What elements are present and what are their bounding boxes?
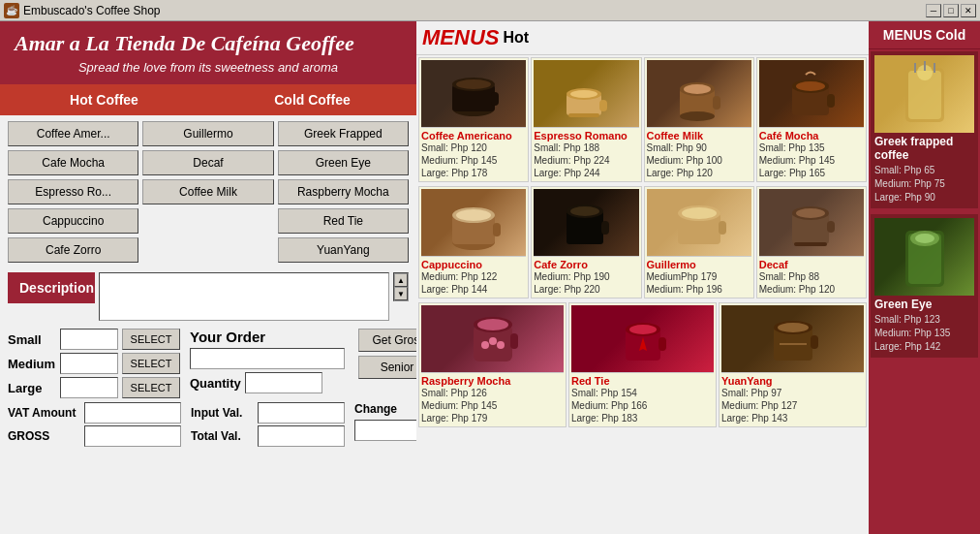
svg-rect-35: [827, 221, 835, 233]
menu-item-raspberry[interactable]: Raspberry Mocha Small: Php 126Medium: Ph…: [418, 302, 567, 427]
menu-item-cafemocha[interactable]: Café Mocha Small: Php 135Medium: Php 145…: [756, 57, 867, 182]
cold-menus-title: MENUS Cold: [883, 27, 966, 43]
title-bar: ☕ Embuscado's Coffee Shop ─ □ ✕: [0, 0, 980, 21]
large-price-input[interactable]: [60, 377, 118, 398]
cappuccino-price: Medium: Php 122Large: Php 144: [421, 270, 526, 296]
menu-item-americano[interactable]: Coffee Americano Small: Php 120Medium: P…: [418, 57, 529, 182]
description-scrollbar: ▲ ▼: [393, 272, 409, 301]
cafezorro-image: [534, 189, 638, 257]
cappuccino-image: [421, 189, 526, 257]
hot-menu-row-3: Raspberry Mocha Small: Php 126Medium: Ph…: [416, 300, 869, 429]
quantity-input[interactable]: [245, 372, 322, 393]
redtie-image: [571, 305, 714, 373]
small-select-button[interactable]: SELECT: [122, 329, 180, 350]
svg-point-46: [629, 325, 657, 334]
greek-image: [874, 55, 974, 133]
input-val-input[interactable]: [258, 402, 345, 424]
quantity-label: Quantity: [190, 376, 241, 391]
svg-point-34: [796, 208, 825, 218]
medium-select-button[interactable]: SELECT: [122, 353, 180, 374]
gross-input[interactable]: [84, 425, 181, 447]
raspberry-mocha-button[interactable]: Raspberry Mocha: [278, 179, 409, 204]
coffee-milk-button[interactable]: Coffee Milk: [142, 179, 273, 204]
cold-menu-item-greeneye[interactable]: Green Eye Small: Php 123Medium: Php 135L…: [871, 214, 978, 358]
guillermo-image: [647, 189, 751, 257]
menu-item-guillermo[interactable]: Guillermo MediumPhp 179Medium: Php 196: [644, 186, 754, 298]
espresso-romano-button[interactable]: Espresso Ro...: [8, 179, 138, 204]
cafe-zorro-button[interactable]: Cafe Zorro: [8, 237, 138, 263]
svg-point-14: [680, 111, 715, 121]
greeneye-name: Green Eye: [874, 298, 974, 311]
cafemocha-image: [759, 60, 864, 128]
app-container: ☕ Embuscado's Coffee Shop ─ □ ✕ Amar a L…: [0, 0, 980, 534]
guillermo-button[interactable]: Guillermo: [142, 121, 273, 146]
cold-menu-item-greek[interactable]: Greek frapped coffee Small: Php 65Medium…: [871, 51, 978, 208]
hot-coffee-tab[interactable]: Hot Coffee: [0, 84, 208, 115]
yuanyang-button[interactable]: YuanYang: [278, 237, 409, 263]
medium-price-input[interactable]: [60, 353, 118, 374]
yuanyang-name: YuanYang: [721, 375, 864, 387]
maximize-button[interactable]: □: [943, 4, 959, 17]
description-textarea[interactable]: [99, 272, 389, 321]
menu-item-redtie[interactable]: Red Tie Small: Php 154Medium: Php 166Lar…: [568, 302, 717, 427]
yuanyang-price: Small: Php 97Medium: Php 127Large: Php 1…: [721, 387, 864, 424]
menu-item-yuanyang[interactable]: YuanYang Small: Php 97Medium: Php 127Lar…: [719, 302, 867, 427]
cafezorro-price: Medium: Php 190Large: Php 220: [534, 270, 638, 296]
cafemocha-name: Café Mocha: [759, 130, 864, 141]
svg-rect-4: [491, 92, 499, 106]
svg-rect-13: [713, 96, 720, 110]
coffeemilk-price: Small: Php 90Medium: Php 100Large: Php 1…: [647, 141, 751, 179]
decaf-button[interactable]: Decaf: [142, 150, 273, 175]
description-row: Description ▲ ▼: [0, 268, 416, 325]
guillermo-price: MediumPhp 179Medium: Php 196: [647, 270, 751, 296]
raspberry-name: Raspberry Mocha: [421, 375, 564, 387]
menu-item-cappuccino[interactable]: Cappuccino Medium: Php 122Large: Php 144: [418, 186, 529, 298]
cold-coffee-tab[interactable]: Cold Coffee: [208, 84, 416, 115]
cafe-mocha-button[interactable]: Cafe Mocha: [8, 150, 138, 175]
small-price-input[interactable]: [60, 329, 118, 350]
cappuccino-button[interactable]: Cappuccino: [8, 208, 138, 234]
gross-label: GROSS: [8, 429, 80, 443]
americano-image: [421, 60, 526, 128]
svg-point-62: [915, 234, 934, 243]
svg-rect-8: [599, 100, 607, 111]
menus-title: MENUS: [422, 25, 499, 50]
raspberry-price: Small: Php 126Medium: Php 145Large: Php …: [421, 387, 564, 424]
greek-frapped-button[interactable]: Greek Frapped: [278, 121, 409, 146]
hot-menu-row-1: Coffee Americano Small: Php 120Medium: P…: [416, 55, 869, 184]
svg-point-30: [682, 207, 717, 219]
svg-point-43: [497, 341, 505, 349]
americano-price: Small: Php 120Medium: Php 145Large: Php …: [421, 141, 526, 179]
vat-amount-input[interactable]: [84, 402, 181, 424]
menu-item-cafezorro[interactable]: Cafe Zorro Medium: Php 190Large: Php 220: [531, 186, 641, 298]
hot-label: Hot: [503, 29, 529, 47]
large-select-button[interactable]: SELECT: [122, 377, 180, 398]
red-tie-button[interactable]: Red Tie: [278, 208, 409, 234]
menu-item-decaf[interactable]: Decaf Small: Php 88Medium: Php 120: [756, 186, 867, 298]
menu-item-coffeemilk[interactable]: Coffee Milk Small: Php 90Medium: Php 100…: [644, 57, 754, 182]
cold-menus: MENUS Cold Greek frapped coffee Small: P…: [869, 21, 980, 534]
svg-rect-23: [493, 223, 501, 236]
coffeemilk-name: Coffee Milk: [647, 130, 751, 141]
medium-label: Medium: [8, 357, 56, 371]
coffeemilk-image: [647, 60, 751, 128]
your-order-input[interactable]: [190, 348, 345, 369]
svg-point-12: [684, 84, 711, 94]
minimize-button[interactable]: ─: [926, 4, 941, 17]
redtie-price: Small: Php 154Medium: Php 166Large: Php …: [571, 387, 714, 424]
decaf-name: Decaf: [759, 259, 864, 270]
svg-rect-27: [601, 221, 609, 235]
scroll-down-arrow[interactable]: ▼: [394, 287, 408, 300]
svg-point-22: [456, 209, 491, 221]
green-eye-button[interactable]: Green Eye: [278, 150, 409, 175]
right-section: MENUS Hot Coffee Americano Small: Php 12…: [416, 21, 980, 534]
coffee-americano-button[interactable]: Coffee Amer...: [8, 121, 138, 146]
header-title: Amar a La Tienda De Cafeína Geoffee: [15, 31, 402, 56]
raspberry-image: [421, 305, 564, 373]
americano-name: Coffee Americano: [421, 130, 526, 141]
scroll-up-arrow[interactable]: ▲: [394, 273, 408, 287]
total-val-input[interactable]: [258, 425, 345, 447]
close-button[interactable]: ✕: [961, 4, 976, 17]
menu-item-espresso[interactable]: Espresso Romano Small: Php 188Medium: Ph…: [531, 57, 641, 182]
small-label: Small: [8, 332, 56, 347]
